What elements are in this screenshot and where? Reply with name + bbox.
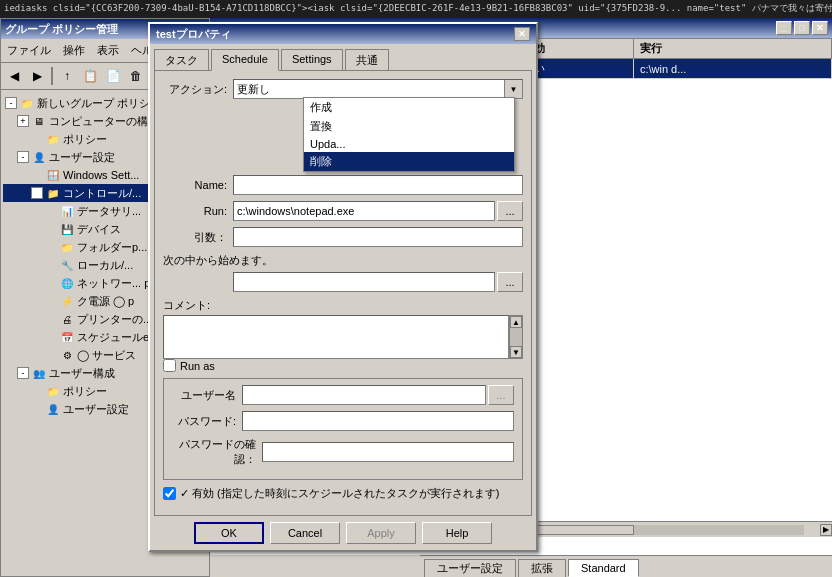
computer-icon: 🖥 [31, 113, 47, 129]
dropdown-item-delete[interactable]: 削除 [304, 152, 514, 171]
network-icon: 🌐 [59, 275, 75, 291]
expand-icon[interactable]: - [17, 151, 29, 163]
action-value: 更新し [237, 82, 270, 97]
enabled-label: ✓ 有効 (指定した時刻にスケジールされたタスクが実行されます) [180, 486, 499, 501]
next-from-input[interactable] [233, 272, 495, 292]
tab-standard[interactable]: Standard [568, 559, 639, 577]
user-credentials-section: ユーザー名 ... パスワード: パスワードの確認： [163, 378, 523, 480]
dropdown-item-create[interactable]: 作成 [304, 98, 514, 117]
expand-icon[interactable]: - [17, 367, 29, 379]
col-header-run[interactable]: 実行 [633, 39, 831, 59]
folder-icon: 📁 [59, 239, 75, 255]
tree-label: Windows Sett... [63, 169, 139, 181]
tab-extension[interactable]: 拡張 [518, 559, 566, 577]
password-label: パスワード: [172, 414, 242, 429]
comment-area-wrapper: ▲ ▼ [163, 315, 523, 359]
tree-label: ユーザー設定 [63, 402, 129, 417]
folder-icon: 📁 [45, 185, 61, 201]
name-input[interactable] [233, 175, 523, 195]
next-from-row: ... [163, 272, 523, 292]
close-right-button[interactable]: ✕ [812, 21, 828, 35]
dialog-footer: OK Cancel Apply Help [150, 516, 536, 550]
tree-label: フォルダーp... [77, 240, 147, 255]
dialog-close-button[interactable]: ✕ [514, 27, 530, 41]
user-icon: 👤 [31, 149, 47, 165]
gpm-title: グループ ポリシー管理 [5, 22, 118, 37]
tab-task[interactable]: タスク [154, 49, 209, 71]
expand-icon[interactable]: - [5, 97, 17, 109]
tree-label: ポリシー [63, 384, 107, 399]
copy-button[interactable]: 📋 [79, 65, 101, 87]
comment-section: コメント: ▲ ▼ [163, 298, 523, 359]
scroll-right-button[interactable]: ▶ [820, 524, 832, 536]
scroll-up-arrow[interactable]: ▲ [510, 316, 522, 328]
tree-label: スケジュールe... [77, 330, 158, 345]
run-browse-button[interactable]: ... [497, 201, 523, 221]
run-as-checkbox[interactable] [163, 359, 176, 372]
minimize-right-button[interactable]: _ [776, 21, 792, 35]
password-input[interactable] [242, 411, 514, 431]
comment-textarea[interactable] [163, 315, 509, 359]
run-input[interactable] [233, 201, 495, 221]
paste-button[interactable]: 📄 [102, 65, 124, 87]
tree-label: ユーザー設定 [49, 150, 115, 165]
dropdown-item-update[interactable]: Upda... [304, 136, 514, 152]
scroll-track [510, 328, 522, 346]
menu-action[interactable]: 操作 [57, 41, 91, 60]
tab-common[interactable]: 共通 [345, 49, 389, 71]
confirm-password-row: パスワードの確認： [172, 437, 514, 467]
cell-run: c:\win d... [633, 59, 831, 79]
up-button[interactable]: ↑ [56, 65, 78, 87]
help-button[interactable]: Help [422, 522, 492, 544]
next-from-browse-button[interactable]: ... [497, 272, 523, 292]
right-titlebar-buttons: _ □ ✕ [776, 21, 828, 35]
cancel-button[interactable]: Cancel [270, 522, 340, 544]
comment-scrollbar[interactable]: ▲ ▼ [509, 315, 523, 359]
expand-icon[interactable]: - [31, 187, 43, 199]
tree-label: プリンターの... [77, 312, 152, 327]
power-icon: ⚡ [59, 293, 75, 309]
bottom-tabs: ユーザー設定 拡張 Standard [420, 555, 832, 577]
name-label: Name: [163, 179, 233, 191]
tree-label: ユーザー構成 [49, 366, 115, 381]
back-button[interactable]: ◀ [3, 65, 25, 87]
username-row: ユーザー名 ... [172, 385, 514, 405]
menu-view[interactable]: 表示 [91, 41, 125, 60]
arguments-input[interactable] [233, 227, 523, 247]
printer-icon: 🖨 [59, 311, 75, 327]
run-as-row: Run as [163, 359, 523, 372]
apply-button[interactable]: Apply [346, 522, 416, 544]
maximize-right-button[interactable]: □ [794, 21, 810, 35]
toolbar-separator [51, 67, 53, 85]
dropdown-item-replace[interactable]: 置換 [304, 117, 514, 136]
select-arrow-icon[interactable]: ▼ [504, 80, 522, 98]
confirm-password-input[interactable] [262, 442, 514, 462]
tab-user-settings[interactable]: ユーザー設定 [424, 559, 516, 577]
tree-label: データサリ... [77, 204, 141, 219]
dialog-title: testプロパティ [156, 27, 231, 42]
username-browse-button[interactable]: ... [488, 385, 514, 405]
dialog-form-content: アクション: 更新し ▼ 作成 置換 Upda... 削除 Name: [154, 70, 532, 516]
enabled-checkbox[interactable] [163, 487, 176, 500]
code-strip: iediasks clsid="{CC63F200-7309-4baU-B154… [0, 0, 832, 18]
action-select[interactable]: 更新し ▼ [233, 79, 523, 99]
folder-icon: 📁 [19, 95, 35, 111]
delete-button[interactable]: 🗑 [125, 65, 147, 87]
tab-schedule[interactable]: Schedule [211, 49, 279, 71]
tree-label: ◯ サービス [77, 348, 136, 363]
username-label: ユーザー名 [172, 388, 242, 403]
action-dropdown[interactable]: 作成 置換 Upda... 削除 [303, 97, 515, 172]
device-icon: 💾 [59, 221, 75, 237]
tree-label: ローカル/... [77, 258, 133, 273]
menu-file[interactable]: ファイル [1, 41, 57, 60]
tab-settings[interactable]: Settings [281, 49, 343, 71]
expand-icon[interactable]: + [17, 115, 29, 127]
scroll-down-arrow[interactable]: ▼ [510, 346, 522, 358]
ok-button[interactable]: OK [194, 522, 264, 544]
forward-button[interactable]: ▶ [26, 65, 48, 87]
username-input[interactable] [242, 385, 486, 405]
tree-label: ネットワー... p [77, 276, 150, 291]
enabled-row: ✓ 有効 (指定した時刻にスケジールされたタスクが実行されます) [163, 486, 523, 501]
dialog-tabs: タスク Schedule Settings 共通 [150, 44, 536, 70]
data-icon: 📊 [59, 203, 75, 219]
